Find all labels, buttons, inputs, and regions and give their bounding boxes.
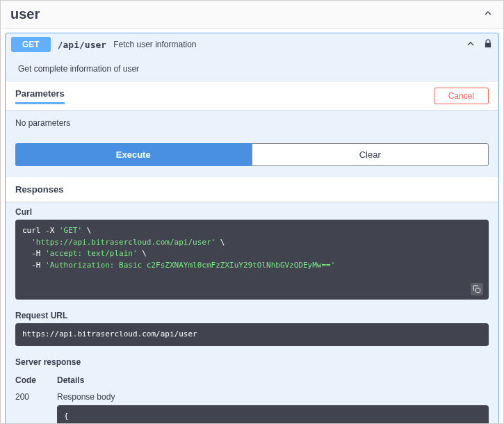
responses-heading: Responses	[6, 177, 498, 202]
chevron-up-icon	[465, 38, 476, 51]
svg-rect-0	[476, 288, 480, 293]
response-body-label: Response body	[57, 392, 489, 402]
col-header-code: Code	[15, 375, 57, 385]
section-header[interactable]: user	[1, 1, 503, 28]
operation-path: /api/user	[58, 40, 106, 50]
operation-description: Get complete information of user	[6, 56, 498, 82]
request-url-block: https://api.bitrasercloud.com/api/user	[15, 323, 489, 346]
lock-icon[interactable]	[483, 39, 493, 51]
no-parameters-text: No parameters	[6, 110, 498, 136]
col-header-details: Details	[57, 375, 489, 385]
operation-block: GET /api/user Fetch user information Get…	[5, 33, 499, 424]
response-table-header: Code Details	[6, 371, 498, 389]
chevron-up-icon	[482, 8, 494, 21]
clear-button[interactable]: Clear	[252, 143, 489, 166]
parameters-bar: Parameters Cancel	[6, 82, 498, 110]
section-title: user	[10, 6, 40, 22]
cancel-button[interactable]: Cancel	[434, 88, 489, 104]
request-url-label: Request URL	[15, 311, 489, 320]
response-code: 200	[15, 392, 57, 425]
operation-summary: Fetch user information	[113, 40, 196, 49]
parameters-heading: Parameters	[15, 88, 65, 104]
copy-icon[interactable]	[471, 283, 483, 295]
curl-label: Curl	[15, 207, 489, 217]
curl-block: curl -X 'GET' \ 'https://api.bitraserclo…	[15, 220, 489, 300]
response-body-block: { "result": "Success", "name": "Sales", …	[57, 405, 489, 425]
method-badge: GET	[11, 37, 51, 52]
execute-button[interactable]: Execute	[15, 143, 252, 166]
server-response-label: Server response	[15, 357, 489, 367]
operation-header[interactable]: GET /api/user Fetch user information	[6, 33, 498, 56]
